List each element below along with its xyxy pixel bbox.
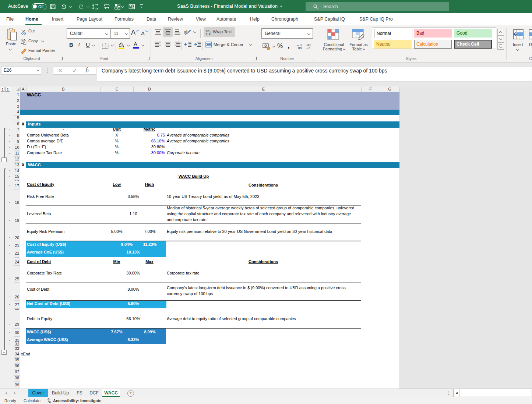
svg-text:.00: .00	[306, 43, 311, 47]
svg-text:0: 0	[309, 46, 310, 50]
svg-text:.00: .00	[297, 46, 302, 50]
svg-text:→: →	[305, 46, 309, 50]
svg-text:←: ←	[296, 43, 300, 47]
svg-text:0: 0	[300, 43, 302, 47]
